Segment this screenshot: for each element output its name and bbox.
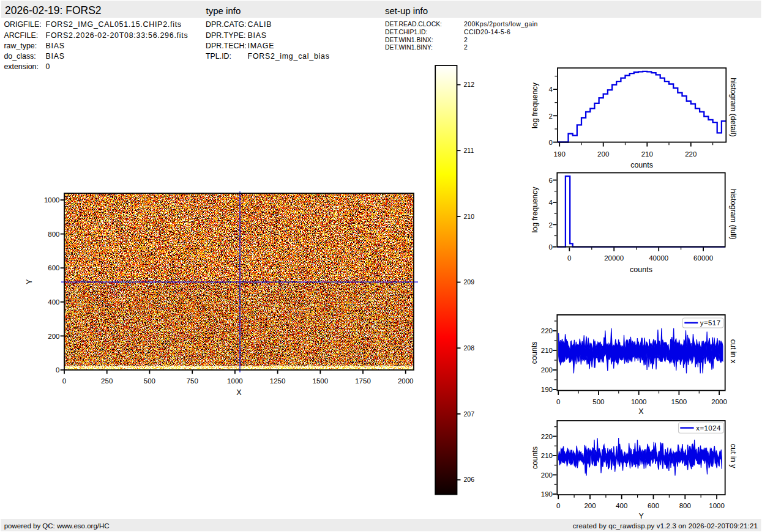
svg-text:1750: 1750 (355, 377, 371, 385)
svg-text:counts: counts (531, 341, 539, 364)
svg-text:type info: type info (206, 6, 241, 16)
svg-text:20000: 20000 (604, 254, 624, 262)
svg-text:powered by QC: www.eso.org/HC: powered by QC: www.eso.org/HC (4, 522, 110, 530)
svg-text:1250: 1250 (270, 377, 286, 385)
svg-text:counts: counts (531, 446, 539, 469)
svg-text:4: 4 (549, 199, 553, 206)
svg-text:0: 0 (549, 243, 553, 251)
svg-text:DET.WIN1.BINY:: DET.WIN1.BINY: (385, 44, 433, 51)
svg-text:2: 2 (464, 37, 468, 43)
svg-text:1000: 1000 (227, 377, 243, 385)
svg-text:X: X (236, 388, 242, 397)
svg-text:220: 220 (541, 327, 553, 334)
svg-text:750: 750 (187, 377, 198, 385)
svg-text:200Kps/2ports/low_gain: 200Kps/2ports/low_gain (464, 21, 538, 28)
svg-text:212: 212 (464, 81, 475, 88)
svg-text:200: 200 (541, 471, 553, 479)
svg-text:created by qc_rawdisp.py v1.2.: created by qc_rawdisp.py v1.2.3 on 2026-… (573, 522, 758, 530)
svg-text:do_class:: do_class: (4, 52, 35, 61)
svg-text:210: 210 (464, 213, 475, 220)
svg-text:2026-02-19: FORS2: 2026-02-19: FORS2 (5, 4, 102, 17)
svg-text:220: 220 (541, 433, 553, 440)
svg-text:200: 200 (584, 502, 596, 509)
svg-text:counts: counts (630, 161, 653, 169)
svg-text:210: 210 (541, 347, 553, 354)
svg-text:0: 0 (56, 366, 59, 374)
svg-text:raw_type:: raw_type: (4, 42, 37, 50)
svg-text:CCID20-14-5-6: CCID20-14-5-6 (464, 29, 510, 35)
svg-text:set-up info: set-up info (385, 6, 428, 16)
svg-text:200: 200 (597, 150, 609, 158)
svg-text:X: X (638, 407, 644, 416)
svg-text:4: 4 (549, 86, 553, 93)
svg-text:1000: 1000 (709, 502, 725, 509)
svg-text:CALIB: CALIB (248, 20, 272, 29)
svg-text:x=1024: x=1024 (696, 424, 721, 432)
svg-text:log frequency: log frequency (531, 187, 539, 233)
svg-text:190: 190 (554, 150, 566, 158)
svg-text:6: 6 (549, 177, 553, 184)
svg-text:207: 207 (464, 410, 475, 418)
svg-text:0: 0 (567, 254, 571, 262)
svg-text:250: 250 (101, 377, 113, 385)
svg-text:DET.READ.CLOCK:: DET.READ.CLOCK: (385, 21, 442, 28)
svg-text:0: 0 (549, 139, 553, 146)
svg-text:ORIGFILE:: ORIGFILE: (4, 20, 41, 29)
svg-text:BIAS: BIAS (46, 52, 65, 61)
svg-text:400: 400 (616, 502, 627, 509)
svg-text:ARCFILE:: ARCFILE: (4, 31, 38, 40)
svg-text:DPR.TYPE:: DPR.TYPE: (206, 31, 245, 40)
svg-text:2000: 2000 (398, 377, 414, 385)
svg-text:cut in x: cut in x (729, 339, 738, 364)
svg-text:DET.WIN1.BINX:: DET.WIN1.BINX: (385, 37, 433, 43)
svg-text:histogram (detail): histogram (detail) (729, 78, 738, 137)
svg-text:0: 0 (62, 377, 66, 385)
svg-text:500: 500 (144, 377, 155, 385)
svg-text:190: 190 (541, 386, 553, 393)
svg-text:2: 2 (549, 221, 553, 229)
svg-text:400: 400 (48, 298, 59, 306)
svg-text:2: 2 (549, 113, 553, 120)
svg-text:TPL.ID:: TPL.ID: (206, 52, 231, 61)
svg-text:209: 209 (464, 278, 475, 286)
svg-text:extension:: extension: (4, 62, 38, 71)
svg-text:500: 500 (592, 398, 604, 405)
svg-text:2000: 2000 (711, 398, 727, 405)
svg-text:600: 600 (48, 264, 59, 272)
svg-text:cut in y: cut in y (729, 444, 738, 468)
svg-text:208: 208 (464, 344, 475, 352)
svg-text:histogram (full): histogram (full) (729, 189, 738, 240)
svg-text:200: 200 (541, 366, 553, 374)
svg-text:0: 0 (46, 62, 51, 71)
svg-text:0: 0 (556, 398, 560, 405)
svg-text:DPR.TECH:: DPR.TECH: (206, 42, 247, 50)
svg-text:800: 800 (48, 231, 59, 238)
svg-text:IMAGE: IMAGE (248, 42, 275, 50)
svg-text:log frequency: log frequency (531, 82, 539, 128)
svg-text:BIAS: BIAS (248, 31, 267, 40)
svg-text:DPR.CATG:: DPR.CATG: (206, 20, 247, 29)
svg-text:60000: 60000 (693, 254, 713, 262)
svg-text:220: 220 (685, 150, 697, 158)
svg-text:Y: Y (639, 512, 644, 520)
svg-text:190: 190 (541, 490, 553, 498)
svg-text:y=517: y=517 (700, 319, 721, 327)
svg-text:counts: counts (630, 265, 652, 274)
svg-text:200: 200 (48, 333, 59, 340)
svg-text:FORS2_img_cal_bias: FORS2_img_cal_bias (248, 52, 330, 61)
svg-text:211: 211 (464, 147, 474, 154)
svg-text:1000: 1000 (44, 196, 60, 204)
svg-text:1500: 1500 (313, 377, 329, 385)
svg-text:2: 2 (464, 44, 468, 51)
svg-text:600: 600 (648, 502, 659, 509)
svg-text:DET.CHIP1.ID:: DET.CHIP1.ID: (385, 29, 427, 35)
svg-text:FORS2_IMG_CAL051.15.CHIP2.fits: FORS2_IMG_CAL051.15.CHIP2.fits (46, 20, 182, 29)
svg-text:BIAS: BIAS (46, 42, 65, 50)
svg-text:1500: 1500 (671, 398, 687, 405)
svg-text:1000: 1000 (631, 398, 647, 405)
svg-text:FORS2.2026-02-20T08:33:56.296.: FORS2.2026-02-20T08:33:56.296.fits (46, 31, 189, 40)
svg-text:800: 800 (679, 502, 691, 509)
svg-text:210: 210 (541, 452, 553, 459)
svg-text:206: 206 (464, 476, 475, 483)
svg-text:40000: 40000 (649, 254, 668, 262)
